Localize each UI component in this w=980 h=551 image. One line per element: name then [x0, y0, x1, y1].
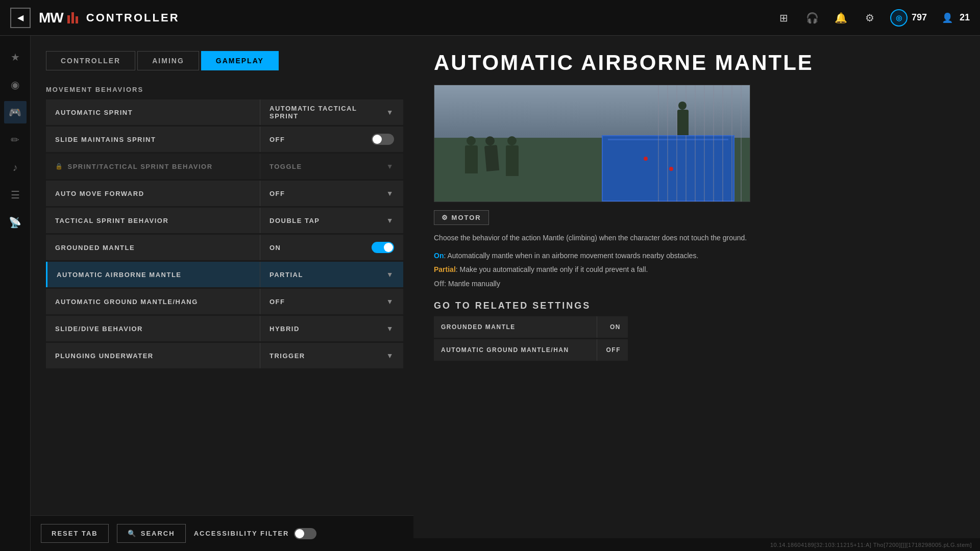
- lock-icon: 🔒: [55, 163, 64, 170]
- tab-gameplay[interactable]: GAMEPLAY: [201, 51, 279, 70]
- sidebar-item-menu[interactable]: ☰: [4, 184, 27, 206]
- sidebar: ★ ◉ 🎮 ✏ ♪ ☰ 📡: [0, 36, 31, 551]
- back-button[interactable]: ◀: [10, 8, 31, 28]
- currency-value: 797: [912, 12, 927, 23]
- bar3: [76, 16, 78, 23]
- soldier1: [465, 145, 478, 173]
- reset-tab-button[interactable]: RESET TAB: [41, 524, 109, 543]
- bar2: [71, 12, 74, 23]
- sidebar-item-edit[interactable]: ✏: [4, 129, 27, 151]
- chevron-icon: ▼: [386, 297, 394, 306]
- reset-tab-label: RESET TAB: [52, 530, 98, 537]
- chevron-icon: ▼: [386, 108, 394, 116]
- mw-logo: MW: [39, 10, 78, 26]
- currency-icon: ◎: [890, 9, 908, 27]
- setting-name-auto-move-forward: AUTO MOVE FORWARD: [46, 190, 260, 197]
- soldier2: [484, 145, 499, 171]
- related-value-auto-ground-mantle: OFF: [597, 346, 628, 354]
- setting-name-automatic-sprint: AUTOMATIC SPRINT: [46, 109, 260, 116]
- setting-row-tactical-sprint-behavior[interactable]: TACTICAL SPRINT BEHAVIOR DOUBLE TAP ▼: [46, 208, 403, 233]
- setting-name-grounded-mantle: GROUNDED MANTLE: [46, 244, 260, 252]
- setting-row-automatic-sprint[interactable]: AUTOMATIC SPRINT AUTOMATIC TACTICAL SPRI…: [46, 99, 403, 125]
- toggle-accessibility[interactable]: [294, 528, 316, 539]
- setting-value-automatic-ground-mantle: OFF ▼: [260, 297, 403, 306]
- setting-value-slide-maintains-sprint: OFF: [260, 134, 403, 145]
- setting-value-slide-dive-behavior: HYBRID ▼: [260, 324, 403, 333]
- bar1: [67, 15, 70, 23]
- accessibility-label: ACCESSIBILITY FILTER: [194, 530, 289, 537]
- setting-row-plunging-underwater[interactable]: PLUNGING UNDERWATER TRIGGER ▼: [46, 343, 403, 368]
- bell-icon[interactable]: 🔔: [833, 10, 849, 26]
- level-icon: 👤: [939, 10, 955, 26]
- related-name-auto-ground-mantle: AUTOMATIC GROUND MANTLE/HAN: [434, 346, 597, 354]
- on-label: On: [434, 252, 444, 260]
- section-label: MOVEMENT BEHAVIORS: [46, 86, 403, 93]
- setting-value-automatic-airborne-mantle: PARTIAL ▼: [260, 270, 403, 279]
- tab-controller[interactable]: CONTROLLER: [46, 51, 135, 70]
- info-title: AUTOMATIC AIRBORNE MANTLE: [434, 51, 960, 74]
- fence: [658, 85, 750, 202]
- setting-row-auto-move-forward[interactable]: AUTO MOVE FORWARD OFF ▼: [46, 181, 403, 206]
- status-text: 10.14.18604189[32:103:11215+11:A] Tho[72…: [770, 542, 972, 548]
- header-left: ◀ MW CONTROLLER: [10, 8, 180, 28]
- info-description: Choose the behavior of the action Mantle…: [434, 232, 960, 243]
- setting-name-automatic-airborne-mantle: AUTOMATIC AIRBORNE MANTLE: [47, 271, 260, 279]
- header-right: ⊞ 🎧 🔔 ⚙ ◎ 797 👤 21: [776, 9, 970, 27]
- related-settings-title: GO TO RELATED SETTINGS: [434, 300, 960, 311]
- info-image: [434, 85, 750, 202]
- search-button[interactable]: 🔍 SEARCH: [117, 524, 186, 543]
- sidebar-item-network[interactable]: 📡: [4, 211, 27, 234]
- chevron-icon: ▼: [386, 324, 394, 333]
- setting-name-plunging-underwater: PLUNGING UNDERWATER: [46, 352, 260, 360]
- info-option-on: On: Automatically mantle when in an airb…: [434, 250, 960, 262]
- sidebar-item-favorites[interactable]: ★: [4, 46, 27, 68]
- logo-bars: [67, 12, 78, 23]
- setting-row-sprint-tactical-sprint[interactable]: 🔒 SPRINT/TACTICAL SPRINT BEHAVIOR TOGGLE…: [46, 154, 403, 179]
- search-icon: 🔍: [128, 530, 137, 537]
- setting-row-slide-maintains-sprint[interactable]: SLIDE MAINTAINS SPRINT OFF: [46, 127, 403, 152]
- gear-icon[interactable]: ⚙: [862, 10, 878, 26]
- setting-name-automatic-ground-mantle: AUTOMATIC GROUND MANTLE/HANG: [46, 298, 260, 306]
- setting-name-tactical-sprint-behavior: TACTICAL SPRINT BEHAVIOR: [46, 217, 260, 224]
- bottom-toolbar: RESET TAB 🔍 SEARCH ACCESSIBILITY FILTER: [31, 515, 413, 551]
- motor-badge: ⚙ MOTOR: [434, 210, 489, 225]
- related-name-grounded-mantle: GROUNDED MANTLE: [434, 323, 597, 331]
- soldier3: [506, 145, 519, 176]
- off-text: : Mantle manually: [444, 280, 500, 288]
- chevron-icon: ▼: [386, 352, 394, 360]
- player-level: 👤 21: [939, 10, 970, 26]
- settings-panel: CONTROLLER AIMING GAMEPLAY MOVEMENT BEHA…: [31, 36, 413, 551]
- accessibility-toggle: ACCESSIBILITY FILTER: [194, 528, 317, 539]
- setting-value-plunging-underwater: TRIGGER ▼: [260, 352, 403, 360]
- setting-value-grounded-mantle: ON: [260, 242, 403, 253]
- related-value-grounded-mantle: ON: [597, 323, 628, 331]
- main-content: CONTROLLER AIMING GAMEPLAY MOVEMENT BEHA…: [31, 36, 980, 551]
- on-text: : Automatically mantle when in an airbor…: [444, 252, 698, 260]
- sidebar-item-audio[interactable]: ♪: [4, 156, 27, 179]
- tab-bar: CONTROLLER AIMING GAMEPLAY: [46, 51, 403, 70]
- grid-icon[interactable]: ⊞: [776, 10, 792, 26]
- status-bar: 10.14.18604189[32:103:11215+11:A] Tho[72…: [413, 538, 980, 551]
- setting-value-automatic-sprint: AUTOMATIC TACTICAL SPRINT ▼: [260, 105, 403, 120]
- setting-row-automatic-airborne-mantle[interactable]: AUTOMATIC AIRBORNE MANTLE PARTIAL ▼: [46, 262, 403, 287]
- info-option-off: Off: Mantle manually: [434, 278, 960, 290]
- related-settings: GROUNDED MANTLE ON AUTOMATIC GROUND MANT…: [434, 316, 960, 361]
- setting-row-automatic-ground-mantle[interactable]: AUTOMATIC GROUND MANTLE/HANG OFF ▼: [46, 289, 403, 314]
- off-label: Off: [434, 280, 444, 288]
- setting-value-auto-move-forward: OFF ▼: [260, 189, 403, 197]
- chevron-icon: ▼: [386, 270, 394, 279]
- related-row-auto-ground-mantle[interactable]: AUTOMATIC GROUND MANTLE/HAN OFF: [434, 339, 628, 361]
- tab-aiming[interactable]: AIMING: [137, 51, 199, 70]
- related-row-grounded-mantle[interactable]: GROUNDED MANTLE ON: [434, 316, 628, 338]
- headset-icon[interactable]: 🎧: [804, 10, 821, 26]
- partial-text: : Make you automatically mantle only if …: [456, 265, 648, 273]
- toggle-slide-sprint[interactable]: [372, 134, 394, 145]
- sidebar-item-aim[interactable]: ◉: [4, 73, 27, 96]
- toggle-grounded-mantle[interactable]: [372, 242, 394, 253]
- setting-row-grounded-mantle[interactable]: GROUNDED MANTLE ON: [46, 235, 403, 260]
- setting-row-slide-dive-behavior[interactable]: SLIDE/DIVE BEHAVIOR HYBRID ▼: [46, 316, 403, 341]
- level-value: 21: [960, 12, 970, 23]
- soldier-climbing: [677, 110, 689, 135]
- setting-value-tactical-sprint-behavior: DOUBLE TAP ▼: [260, 216, 403, 224]
- sidebar-item-controller[interactable]: 🎮: [4, 101, 27, 123]
